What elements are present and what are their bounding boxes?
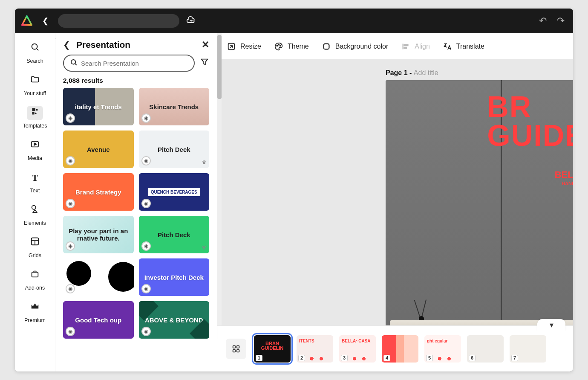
rail-item-media[interactable]: Media (17, 135, 53, 165)
search-icon (70, 58, 78, 68)
svg-point-13 (278, 44, 279, 45)
page-number-badge: 6 (469, 355, 476, 361)
page-number-badge: 4 (383, 355, 390, 361)
page-label[interactable]: Page 1 - Add title (386, 69, 438, 77)
rail-label: Premium (24, 317, 46, 323)
page-thumb-label: ght egular (424, 335, 461, 347)
rail-label: Add-ons (25, 285, 45, 291)
template-thumbnail[interactable]: Play your part in an rnative future.◉ (63, 216, 134, 253)
template-label: Pitch Deck (156, 144, 192, 155)
template-thumbnail[interactable]: Pitch Deck◉♛ (139, 131, 210, 168)
page-thumb-label: BELLA~CASA (339, 335, 376, 347)
tool-resize[interactable]: Resize (227, 42, 261, 51)
tool-label: Align (415, 43, 430, 50)
redo-button[interactable]: ↷ (554, 15, 567, 26)
panel-close-button[interactable]: ✕ (202, 39, 209, 50)
rail-item-your-stuff[interactable]: Your stuff (17, 70, 53, 100)
templates-icon (30, 107, 40, 119)
folder-icon (30, 75, 40, 87)
template-thumbnail[interactable]: itality et Trends◉ (63, 88, 134, 125)
page-thumbnail[interactable]: BRAN GUIDELIN1 (254, 335, 291, 363)
panel-back-button[interactable]: ❮ (63, 40, 70, 50)
canvas-viewport[interactable]: Page 1 - Add title BR GUIDE BELLA HANDMA… (217, 60, 573, 371)
page-thumbnail[interactable]: ITENTS2 (297, 335, 333, 363)
camera-badge-icon: ◉ (66, 327, 75, 336)
panel-search-input[interactable] (81, 60, 188, 67)
panel-search-box[interactable] (63, 55, 195, 72)
crown-icon (30, 302, 40, 313)
square-icon (322, 42, 331, 51)
results-count: 2,088 results (63, 77, 209, 84)
svg-point-14 (280, 45, 280, 46)
rail-label: Text (30, 188, 40, 194)
page-thumbnail[interactable]: 7 (510, 335, 546, 363)
template-thumbnail[interactable]: ABOVE & BEYOND◉ (139, 301, 210, 339)
template-label: ABOVE & BEYOND (143, 315, 205, 325)
rail-item-elements[interactable]: Elements (17, 200, 53, 229)
page-thumbnail[interactable]: 6 (467, 335, 504, 363)
text-icon: T (32, 172, 38, 183)
template-label: Play your part in an rnative future. (63, 226, 134, 244)
svg-point-12 (277, 45, 277, 46)
panel-search-row (63, 55, 209, 72)
tool-theme[interactable]: Theme (274, 42, 309, 51)
svg-marker-3 (34, 143, 37, 145)
rail-item-addons[interactable]: Add-ons (17, 264, 53, 294)
adobe-express-logo-icon[interactable] (21, 15, 33, 27)
page-thumb-label: ITENTS (297, 335, 333, 347)
rail-item-grids[interactable]: Grids (17, 232, 53, 262)
rail-item-premium[interactable]: Premium (17, 297, 53, 327)
template-label: QUENCH BEVERAGES (148, 188, 200, 196)
nav-back-button[interactable]: ❮ (38, 14, 53, 28)
tool-translate[interactable]: Translate (443, 42, 484, 51)
page-number-badge: 1 (256, 355, 262, 361)
template-grid: itality et Trends◉Skincare Trends◉Avenue… (63, 88, 209, 339)
svg-rect-19 (233, 345, 236, 348)
editor-toolbar: Resize Theme Background color Align Tran… (217, 33, 573, 60)
template-thumbnail[interactable]: Avenue◉ (63, 131, 134, 168)
document-title-input[interactable] (58, 14, 179, 28)
svg-rect-18 (404, 47, 407, 48)
camera-badge-icon: ◉ (141, 284, 151, 293)
rail-item-templates[interactable]: Templates (17, 102, 53, 132)
svg-point-9 (71, 60, 76, 64)
page-number-badge: 3 (341, 355, 348, 361)
rail-item-search[interactable]: Search (17, 38, 53, 67)
grid-view-button[interactable] (226, 339, 246, 359)
tool-background-color[interactable]: Background color (322, 42, 389, 51)
page-thumbnail[interactable]: BELLA~CASA3 (339, 335, 376, 363)
page-thumbnail[interactable]: ght egular5 (424, 335, 461, 363)
template-thumbnail[interactable]: QUENCH BEVERAGES◉ (139, 173, 210, 211)
template-thumbnail[interactable]: ◉ (63, 258, 134, 296)
translate-icon (443, 42, 452, 51)
page-thumbnail[interactable]: 4 (382, 335, 418, 363)
template-thumbnail[interactable]: Pitch Deck◉♛ (139, 216, 210, 253)
camera-badge-icon: ◉ (141, 113, 151, 123)
camera-badge-icon: ◉ (141, 156, 151, 165)
svg-rect-17 (404, 44, 408, 46)
template-thumbnail[interactable]: Skincare Trends◉ (139, 88, 210, 125)
tool-align: Align (401, 42, 430, 51)
shapes-icon (30, 204, 40, 216)
rail-label: Grids (29, 252, 41, 258)
page-thumbnails: BRAN GUIDELIN1ITENTS2BELLA~CASA34ght egu… (254, 335, 546, 363)
rail-item-text[interactable]: T Text (17, 167, 53, 197)
page-strip: ▾ BRAN GUIDELIN1ITENTS2BELLA~CASA34ght e… (217, 325, 573, 371)
page-title-hint[interactable]: Add title (414, 69, 438, 76)
template-thumbnail[interactable]: Investor Pitch Deck◉ (139, 258, 210, 296)
filter-button[interactable] (200, 57, 209, 69)
template-label: Brand Strategy (74, 187, 123, 197)
cloud-sync-icon[interactable] (186, 15, 196, 27)
camera-badge-icon: ◉ (141, 199, 151, 208)
template-thumbnail[interactable]: Brand Strategy◉ (63, 173, 134, 211)
pagestrip-collapse-button[interactable]: ▾ (537, 319, 565, 331)
camera-badge-icon: ◉ (141, 241, 151, 251)
slide-brand-small[interactable]: HANDMAD (562, 181, 573, 186)
grid-icon (30, 237, 40, 249)
svg-rect-15 (323, 44, 329, 49)
slide-brand-title[interactable]: BR GUIDE (487, 93, 573, 150)
slide-brand-sub[interactable]: BELLA (555, 170, 573, 180)
svg-rect-21 (233, 349, 236, 352)
undo-button[interactable]: ↶ (536, 15, 549, 26)
template-thumbnail[interactable]: Good Tech oup◉ (63, 301, 134, 339)
